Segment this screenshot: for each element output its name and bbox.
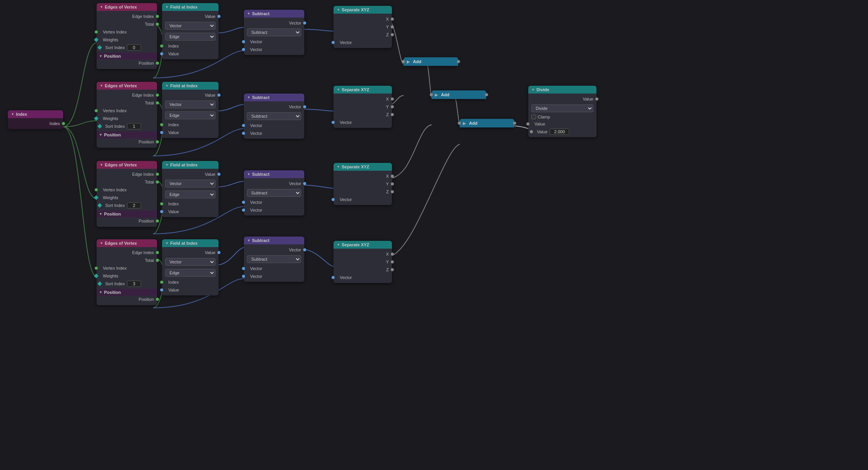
add-2-out-socket[interactable] [485,93,488,96]
add-2-in-socket[interactable] [430,93,433,96]
vector-in-sep-socket-4[interactable] [332,276,335,279]
sort-value-1[interactable] [127,44,141,51]
total-socket-3[interactable] [156,180,159,184]
vertex-index-socket-1[interactable] [95,30,98,34]
weights-socket-2[interactable] [94,116,98,120]
position-output-socket-4[interactable] [156,298,159,301]
add-3-out-socket[interactable] [513,122,516,125]
add-1-in-socket[interactable] [402,60,405,63]
vector-in1-socket-2[interactable] [242,124,245,127]
position-output-row-3: Position [97,217,157,225]
position-output-socket-3[interactable] [156,219,159,223]
vector-in2-socket-1[interactable] [242,48,245,51]
vector-out-socket-4[interactable] [303,248,306,251]
total-socket-4[interactable] [156,259,159,262]
weights-socket-1[interactable] [94,37,98,42]
weights-socket-3[interactable] [94,195,98,200]
vector-select-2[interactable]: Vector [165,101,215,108]
z-out-socket-1[interactable] [391,33,394,36]
value-in-socket-4[interactable] [160,288,163,292]
index-output-socket[interactable] [62,122,65,125]
vertex-index-socket-4[interactable] [95,267,98,270]
clamp-checkbox[interactable] [531,115,536,119]
vector-in-sep-socket-3[interactable] [332,198,335,201]
sort-value-4[interactable] [127,281,141,287]
add-3-in-socket[interactable] [458,122,461,125]
vector-in2-socket-4[interactable] [242,275,245,278]
edge-index-socket-4[interactable] [156,251,159,254]
index-in-socket-3[interactable] [160,202,163,205]
x-out-socket-4[interactable] [391,253,394,256]
field-at-index-3-body: Value Vector Edge Index Value [162,169,219,217]
y-out-socket-2[interactable] [391,105,394,108]
vector-select-4[interactable]: Vector [165,258,215,266]
edge-select-3[interactable]: Edge [165,191,215,198]
vector-select-3[interactable]: Vector [165,180,215,187]
value-in-socket-3[interactable] [160,210,163,213]
sort-value-3[interactable] [127,202,141,208]
weights-socket-4[interactable] [94,274,98,278]
sort-value-2[interactable] [127,123,141,129]
add-1-out-socket[interactable] [457,60,460,63]
z-out-socket-2[interactable] [391,113,394,116]
divide-select[interactable]: Divide [531,104,593,112]
subtract-select-2[interactable]: Subtract [247,112,301,120]
z-out-socket-3[interactable] [391,190,394,193]
edge-select-1[interactable]: Edge [165,33,215,41]
total-socket-2[interactable] [156,101,159,104]
value-out-socket-1[interactable] [217,15,221,18]
index-in-socket-1[interactable] [160,44,163,48]
position-output-socket-1[interactable] [156,62,159,65]
index-in-socket-4[interactable] [160,281,163,284]
vertex-index-socket-2[interactable] [95,109,98,112]
subtract-select-3[interactable]: Subtract [247,189,301,197]
x-out-socket-2[interactable] [391,97,394,101]
index-in-socket-2[interactable] [160,123,163,126]
divide-value-out-socket[interactable] [595,97,598,101]
edge-select-4[interactable]: Edge [165,269,215,277]
index-node-header: ▼ Index [8,110,63,118]
y-out-socket-4[interactable] [391,260,394,263]
vector-out-socket-1[interactable] [303,21,306,25]
position-output-socket-2[interactable] [156,140,159,143]
sort-socket-4[interactable] [97,281,102,286]
value-out-socket-2[interactable] [217,94,221,97]
vector-out-socket-2[interactable] [303,105,306,108]
edges-vertex-1-body: Edge Index Total Vertex Index Weights So… [97,11,157,69]
x-out-socket-1[interactable] [391,18,394,21]
edge-index-socket-3[interactable] [156,173,159,176]
edge-index-socket-2[interactable] [156,94,159,97]
divide-num-socket[interactable] [530,130,533,133]
total-socket-1[interactable] [156,23,159,26]
divide-value-in-socket[interactable] [526,122,529,125]
vector-select-1[interactable]: Vector [165,22,215,30]
edge-index-socket-1[interactable] [156,15,159,18]
vector-out-socket-3[interactable] [303,182,306,185]
chevron-icon: ▼ [165,5,169,9]
vector-in1-socket-3[interactable] [242,201,245,204]
z-out-socket-4[interactable] [391,268,394,271]
value-out-socket-3[interactable] [217,173,221,176]
subtract-select-1[interactable]: Subtract [247,28,301,36]
vector-in1-socket-4[interactable] [242,267,245,270]
value-in-socket-2[interactable] [160,131,163,134]
field-at-index-3-title: Field at Index [170,163,198,167]
vector-in-sep-socket-2[interactable] [332,121,335,124]
x-out-socket-3[interactable] [391,175,394,178]
value-out-socket-4[interactable] [217,251,221,254]
sort-socket-2[interactable] [97,124,102,128]
value-in-socket-1[interactable] [160,52,163,55]
sort-socket-3[interactable] [97,203,102,207]
divide-value-input[interactable] [550,129,569,135]
sort-socket-1[interactable] [97,45,102,49]
vector-in2-socket-2[interactable] [242,132,245,135]
y-out-socket-1[interactable] [391,25,394,28]
vector-in2-socket-3[interactable] [242,208,245,212]
clamp-label: Clamp [538,115,550,119]
edge-select-2[interactable]: Edge [165,111,215,119]
vector-in-sep-socket-1[interactable] [332,41,335,44]
vector-in1-socket-1[interactable] [242,40,245,43]
y-out-socket-3[interactable] [391,182,394,186]
vertex-index-socket-3[interactable] [95,188,98,191]
subtract-select-4[interactable]: Subtract [247,255,301,263]
